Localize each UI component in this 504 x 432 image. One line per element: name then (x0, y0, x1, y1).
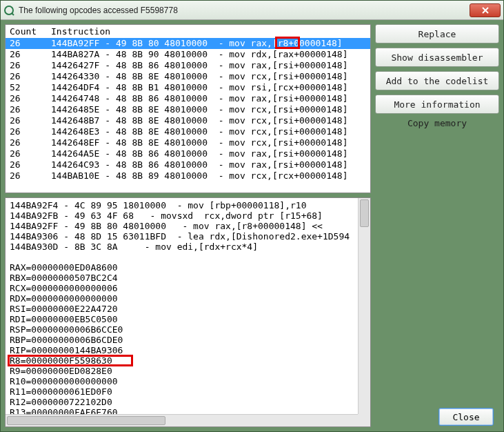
cell-instruction: 1442648E3 - 48 8B 8E 48010000 - mov rcx,… (51, 126, 366, 137)
list-row[interactable]: 261442648B7 - 48 8B 8E 48010000 - mov rc… (6, 115, 370, 126)
close-area: Close (439, 408, 494, 426)
header-count: Count (10, 26, 51, 37)
cell-count: 26 (10, 49, 51, 60)
list-header: Count Instruction (6, 25, 370, 38)
cell-instruction: 144264330 - 48 8B 8E 48010000 - mov rcx,… (51, 71, 366, 82)
add-codelist-button[interactable]: Add to the codelist (375, 71, 499, 90)
hscroll-thumb[interactable] (7, 416, 165, 425)
cell-instruction: 1442648EF - 48 8B 8E 48010000 - mov rcx,… (51, 137, 366, 148)
cell-instruction: 144BA827A - 48 8B 90 48010000 - mov rdx,… (51, 49, 366, 60)
vscroll-thumb[interactable] (360, 199, 369, 227)
cell-count: 26 (10, 38, 51, 49)
titlebar: The following opcodes accessed F5598778 (1, 1, 503, 20)
more-info-button[interactable]: More information (375, 95, 499, 114)
list-row[interactable]: 26144264A5E - 48 8B 86 48010000 - mov ra… (6, 148, 370, 159)
copy-memory-label[interactable]: Copy memory (375, 118, 499, 128)
cell-count: 52 (10, 82, 51, 93)
close-icon (481, 7, 490, 14)
cell-count: 26 (10, 148, 51, 159)
list-row[interactable]: 26144BA92FF - 49 8B 80 48010000 - mov ra… (6, 38, 370, 49)
list-row[interactable]: 26144BAB10E - 48 8B 89 48010000 - mov rc… (6, 170, 370, 181)
cell-instruction: 144BA92FF - 49 8B 80 48010000 - mov rax,… (51, 38, 366, 49)
list-row[interactable]: 2614426485E - 48 8B 8E 48010000 - mov rc… (6, 104, 370, 115)
scroll-corner (358, 414, 370, 426)
detail-text[interactable]: 144BA92F4 - 4C 89 95 18010000 - mov [rbp… (6, 198, 370, 427)
left-column: Count Instruction 26144BA92FF - 49 8B 80… (5, 24, 371, 427)
header-instruction: Instruction (51, 26, 110, 37)
show-disassembler-button[interactable]: Show disassembler (375, 48, 499, 67)
cell-count: 26 (10, 104, 51, 115)
replace-button[interactable]: Replace (375, 24, 499, 43)
list-row[interactable]: 52144264DF4 - 48 8B B1 48010000 - mov rs… (6, 82, 370, 93)
close-button[interactable]: Close (439, 408, 494, 426)
cell-instruction: 144264C93 - 48 8B 86 48010000 - mov rax,… (51, 159, 366, 170)
right-column: Replace Show disassembler Add to the cod… (375, 24, 499, 427)
window-close-button[interactable] (470, 3, 501, 17)
cell-count: 26 (10, 137, 51, 148)
cell-instruction: 144BAB10E - 48 8B 89 48010000 - mov rcx,… (51, 170, 366, 181)
content-area: Count Instruction 26144BA92FF - 49 8B 80… (1, 20, 503, 431)
window-title: The following opcodes accessed F5598778 (19, 6, 178, 15)
cell-count: 26 (10, 71, 51, 82)
svg-line-1 (12, 13, 14, 15)
cell-count: 26 (10, 159, 51, 170)
cell-instruction: 1442648B7 - 48 8B 8E 48010000 - mov rcx,… (51, 115, 366, 126)
list-row[interactable]: 2614426427F - 48 8B 86 48010000 - mov ra… (6, 60, 370, 71)
list-row[interactable]: 26144264330 - 48 8B 8E 48010000 - mov rc… (6, 71, 370, 82)
cell-count: 26 (10, 60, 51, 71)
cell-instruction: 144264DF4 - 48 8B B1 48010000 - mov rsi,… (51, 82, 366, 93)
opcode-list[interactable]: Count Instruction 26144BA92FF - 49 8B 80… (5, 24, 371, 193)
list-row[interactable]: 26144BA827A - 48 8B 90 48010000 - mov rd… (6, 49, 370, 60)
horizontal-scrollbar[interactable] (6, 414, 358, 426)
cell-instruction: 144264748 - 48 8B 86 48010000 - mov rax,… (51, 93, 366, 104)
cell-count: 26 (10, 93, 51, 104)
cell-instruction: 14426427F - 48 8B 86 48010000 - mov rax,… (51, 60, 366, 71)
app-icon (3, 5, 14, 16)
cell-instruction: 144264A5E - 48 8B 86 48010000 - mov rax,… (51, 148, 366, 159)
cell-count: 26 (10, 170, 51, 181)
list-row[interactable]: 261442648E3 - 48 8B 8E 48010000 - mov rc… (6, 126, 370, 137)
vertical-scrollbar[interactable] (358, 198, 370, 414)
list-row[interactable]: 26144264C93 - 48 8B 86 48010000 - mov ra… (6, 159, 370, 170)
window: The following opcodes accessed F5598778 … (0, 0, 504, 432)
cell-instruction: 14426485E - 48 8B 8E 48010000 - mov rcx,… (51, 104, 366, 115)
list-row[interactable]: 26144264748 - 48 8B 86 48010000 - mov ra… (6, 93, 370, 104)
detail-panel: 144BA92F4 - 4C 89 95 18010000 - mov [rbp… (5, 197, 371, 427)
cell-count: 26 (10, 126, 51, 137)
list-row[interactable]: 261442648EF - 48 8B 8E 48010000 - mov rc… (6, 137, 370, 148)
cell-count: 26 (10, 115, 51, 126)
